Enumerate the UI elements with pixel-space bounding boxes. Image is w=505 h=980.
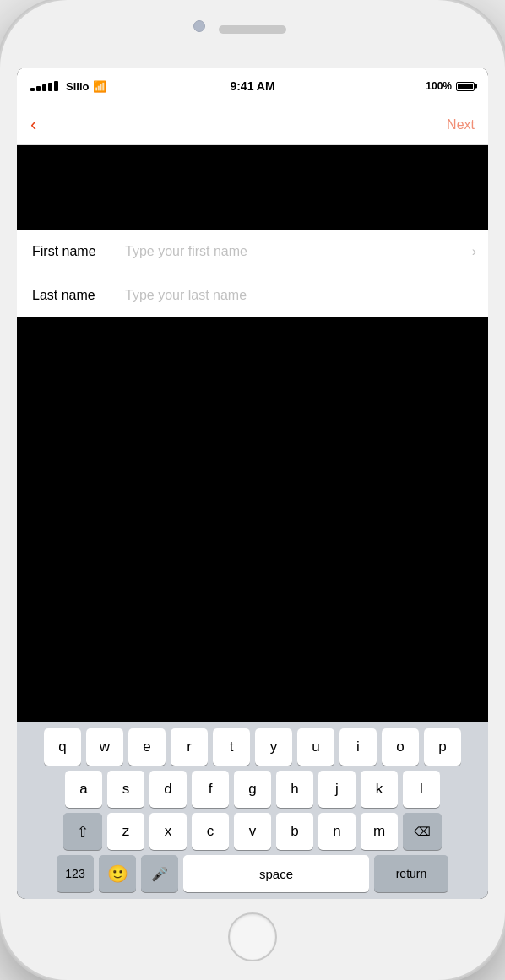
key-d[interactable]: d bbox=[149, 771, 187, 808]
battery-icon bbox=[456, 82, 475, 91]
keyboard-row-2: a s d f g h j k l bbox=[20, 771, 485, 808]
keyboard-bottom-row: 123 🙂 🎤 space return bbox=[20, 855, 485, 892]
first-name-chevron-icon: › bbox=[472, 244, 476, 259]
keyboard-row-3: ⇧ z x c v b n m ⌫ bbox=[20, 813, 485, 850]
key-r[interactable]: r bbox=[171, 728, 208, 766]
status-bar: Siilo 📶 9:41 AM 100% bbox=[17, 68, 488, 105]
first-name-row[interactable]: First name Type your first name › bbox=[17, 230, 488, 273]
key-y[interactable]: y bbox=[255, 728, 292, 766]
battery-percent-label: 100% bbox=[426, 80, 452, 92]
key-o[interactable]: o bbox=[382, 728, 419, 766]
delete-key[interactable]: ⌫ bbox=[403, 813, 442, 850]
key-f[interactable]: f bbox=[192, 771, 229, 808]
key-g[interactable]: g bbox=[234, 771, 271, 808]
last-name-input[interactable]: Type your last name bbox=[125, 288, 473, 303]
last-name-row[interactable]: Last name Type your last name bbox=[17, 273, 488, 317]
first-name-input[interactable]: Type your first name bbox=[125, 244, 473, 259]
key-n[interactable]: n bbox=[318, 813, 356, 850]
phone-screen: Siilo 📶 9:41 AM 100% ‹ Next First bbox=[17, 68, 488, 899]
key-e[interactable]: e bbox=[128, 728, 166, 766]
numbers-key[interactable]: 123 bbox=[57, 855, 94, 892]
black-area-top bbox=[17, 145, 488, 230]
key-p[interactable]: p bbox=[424, 728, 461, 766]
phone-camera bbox=[193, 20, 205, 32]
last-name-label: Last name bbox=[32, 288, 125, 303]
keyboard: q w e r t y u i o p a s d f g h j k bbox=[17, 722, 488, 899]
key-v[interactable]: v bbox=[234, 813, 271, 850]
key-w[interactable]: w bbox=[86, 728, 123, 766]
status-time: 9:41 AM bbox=[230, 79, 274, 93]
nav-bar: ‹ Next bbox=[17, 105, 488, 145]
status-left: Siilo 📶 bbox=[30, 80, 106, 93]
phone-frame: Siilo 📶 9:41 AM 100% ‹ Next First bbox=[0, 0, 505, 980]
home-button[interactable] bbox=[228, 912, 277, 961]
key-h[interactable]: h bbox=[276, 771, 313, 808]
first-name-label: First name bbox=[32, 244, 125, 259]
key-c[interactable]: c bbox=[192, 813, 229, 850]
emoji-key[interactable]: 🙂 bbox=[99, 855, 136, 892]
phone-speaker bbox=[219, 25, 286, 34]
key-t[interactable]: t bbox=[213, 728, 250, 766]
space-key[interactable]: space bbox=[183, 855, 369, 892]
mic-key[interactable]: 🎤 bbox=[141, 855, 178, 892]
key-i[interactable]: i bbox=[339, 728, 377, 766]
key-l[interactable]: l bbox=[403, 771, 440, 808]
shift-key[interactable]: ⇧ bbox=[63, 813, 102, 850]
key-m[interactable]: m bbox=[361, 813, 398, 850]
key-x[interactable]: x bbox=[149, 813, 187, 850]
black-area-bottom bbox=[17, 317, 488, 722]
key-z[interactable]: z bbox=[107, 813, 144, 850]
key-a[interactable]: a bbox=[65, 771, 102, 808]
carrier-label: Siilo bbox=[66, 80, 89, 93]
key-j[interactable]: j bbox=[318, 771, 356, 808]
signal-icon bbox=[30, 81, 58, 91]
key-b[interactable]: b bbox=[276, 813, 313, 850]
return-key[interactable]: return bbox=[374, 855, 448, 892]
key-k[interactable]: k bbox=[361, 771, 398, 808]
next-button[interactable]: Next bbox=[447, 117, 475, 133]
wifi-icon: 📶 bbox=[93, 80, 106, 93]
key-u[interactable]: u bbox=[297, 728, 334, 766]
status-right: 100% bbox=[426, 80, 475, 92]
back-button[interactable]: ‹ bbox=[30, 116, 36, 134]
keyboard-row-1: q w e r t y u i o p bbox=[20, 728, 485, 766]
key-s[interactable]: s bbox=[107, 771, 144, 808]
key-q[interactable]: q bbox=[44, 728, 81, 766]
form-area: First name Type your first name › Last n… bbox=[17, 230, 488, 317]
